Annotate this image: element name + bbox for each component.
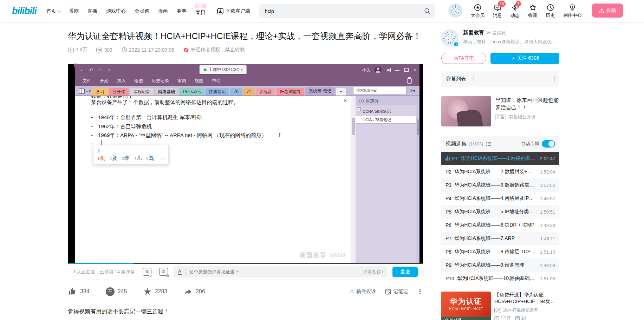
tab-training-camp: 训练营: [256, 88, 275, 96]
like-button[interactable]: 384: [68, 287, 90, 296]
recommended-uploader[interactable]: UP 达内-IT视频资源库: [494, 307, 559, 313]
note-bullet-1946: 1946年：全世界第一台计算机诞生 军事/科研: [91, 114, 202, 121]
nav-messages[interactable]: 18 消息: [493, 4, 502, 19]
nav-vip[interactable]: 大会员: [471, 4, 484, 19]
uploader-name[interactable]: 新盟教育: [463, 30, 484, 36]
scrollbar-thumb: [352, 118, 355, 135]
danmaku-input[interactable]: [189, 269, 363, 274]
more-options-icon[interactable]: ⋮: [417, 288, 423, 295]
playlist-item-p4[interactable]: P4华为HCIA系统班——4.网络层及IP地址1:48:57: [441, 192, 559, 205]
nav-game-center[interactable]: 游戏中心: [106, 8, 126, 14]
menu-draw: 绘图: [134, 78, 143, 84]
follow-button[interactable]: ＋ 关注 6306: [490, 53, 559, 64]
vip-star-icon: [474, 4, 482, 11]
danmaku-status-text: 1 人正在看，已装填 14 条弹幕: [73, 269, 135, 275]
recommended-video-card[interactable]: 华为认证 HCIA+HCIP+HCIE 52:55.09 【免费开源】华为认证 …: [441, 292, 559, 320]
note-content: 数据？数据通信？ 某台设备产生了一个数据，借助整体的网络抵达目的端的过程。 19…: [75, 96, 351, 263]
danmaku-list-options-icon[interactable]: ⋮: [471, 76, 476, 82]
note-icon: [385, 289, 391, 295]
recommended-danmaku: 14: [515, 316, 526, 320]
ad-thumbnail[interactable]: [441, 96, 491, 126]
charge-button[interactable]: 为TA充电: [441, 53, 486, 64]
history-clock-icon: [546, 4, 554, 11]
nav-shop[interactable]: 会员购: [135, 8, 149, 14]
playlist-item-p7[interactable]: P7华为HCIA系统班——7.ARP1:46:11: [441, 232, 559, 245]
tab-open-class: 公开课: [109, 88, 129, 96]
lightbulb-icon: [568, 4, 576, 11]
nav-history[interactable]: 历史: [546, 4, 555, 19]
star-icon: ★: [143, 287, 151, 296]
playlist-item-p5[interactable]: P5华为HCIA系统班——5.IP地址分类与VLSM1:50:51: [441, 205, 559, 218]
ime-candidates: 1机 2及 3即 4几 5既 ‹ ›: [98, 155, 164, 162]
recommended-thumbnail[interactable]: 华为认证 HCIA+HCIP+HCIE 52:55.09: [441, 292, 491, 320]
expand-chevron-icon[interactable]: [554, 76, 554, 82]
menu-home: 开始: [100, 78, 109, 84]
favorite-button[interactable]: ★ 2283: [143, 287, 167, 296]
clock-icon: [122, 47, 127, 53]
nav-live[interactable]: 直播: [87, 8, 97, 14]
menu-help: 帮助: [212, 78, 221, 84]
nav-festival[interactable]: 春日: [195, 7, 206, 16]
report-link[interactable]: ⚠ 稿件投诉: [350, 288, 376, 295]
nav-esports[interactable]: 赛事: [177, 8, 187, 14]
publish-time: 2022-11-17 20:03:06: [122, 47, 174, 53]
festival-banner-image: [195, 4, 206, 8]
upload-button[interactable]: 投稿: [592, 4, 623, 18]
onenote-menubar: 文件 开始 插入 绘图 历史记录 审阅 视图 帮助: [75, 76, 419, 86]
ad-title[interactable]: 早知道，原来画画兴趣也能养活自己！！: [495, 96, 559, 111]
clipboard-icon: [407, 78, 412, 84]
menu-history: 历史记录: [151, 78, 169, 84]
list-view-icon[interactable]: [486, 142, 491, 146]
nav-creator-center[interactable]: 创作中心: [563, 4, 581, 19]
ime-candidate-3: 3即: [122, 155, 130, 162]
take-notes-link[interactable]: 记笔记: [385, 288, 408, 295]
danmaku-etiquette-link[interactable]: 弹幕礼仪›: [363, 269, 383, 275]
coin-button[interactable]: 不 245: [106, 287, 127, 296]
danmaku-send-button[interactable]: 发送: [392, 267, 418, 277]
nav-bangumi[interactable]: 番剧: [69, 8, 79, 14]
progress-played: [68, 263, 134, 264]
danmaku-style-icon[interactable]: A: [178, 269, 182, 275]
live-dot-icon: [204, 68, 207, 71]
autoplay-toggle[interactable]: [542, 140, 555, 148]
nav-moments[interactable]: 7 动态: [510, 4, 520, 19]
playlist-item-p9[interactable]: P9华为HCIA系统班——9.设备管理1:48:09: [441, 259, 559, 272]
danmaku-settings-icon[interactable]: 弹⚙: [159, 268, 168, 276]
moments-count-badge: 7: [515, 1, 521, 7]
ad-card[interactable]: 早知道，原来画画兴趣也能养活自己！！ 广告 零基础公开课: [441, 96, 559, 126]
onenote-titlebar: ‹ ↶ ↷ ▾ 上课中 00:41:34 ▾ 小关 ×: [75, 64, 419, 76]
playlist-item-p10[interactable]: P10华为HCIA系统班——10.路由基础+静...1:51:05: [441, 272, 559, 285]
playlist-item-p3[interactable]: P3华为HCIA系统班——3.数据链路层及MA...1:57:52: [441, 178, 559, 192]
recording-corner-marker: [74, 64, 77, 67]
nav-favorites[interactable]: 收藏: [528, 4, 537, 19]
download-client-link[interactable]: 下载客户端: [217, 8, 250, 14]
danmaku-toggle-icon[interactable]: 弹✓: [143, 268, 151, 276]
video-player[interactable]: ‹ ↶ ↷ ▾ 上课中 00:41:34 ▾ 小关 ×: [68, 64, 423, 264]
send-message-link[interactable]: ✉ 发消息: [487, 30, 506, 36]
nav-home[interactable]: 首页: [46, 8, 60, 14]
player-progress-bar[interactable]: [68, 263, 423, 264]
playlist-item-p2[interactable]: P2华为HCIA系统班——2.数据封装+传输介质1:52:04: [441, 165, 559, 178]
bilibili-logo[interactable]: bilibili: [12, 6, 37, 17]
playlist-item-p1[interactable]: P1 华为HCIA系统班——1.网络的基本概念 2:02:47: [441, 152, 559, 165]
share-button[interactable]: 206: [183, 287, 205, 296]
tab-system-class-notes: 系统班-笔记: [305, 87, 335, 96]
recommended-title[interactable]: 【免费开源】华为认证 HCIA+HCIP+HCIE，94集...: [494, 292, 559, 305]
notebook-switch-icon: ⟳▾: [410, 89, 415, 93]
search-input[interactable]: [261, 8, 424, 14]
notebook-dropdown: - ▾: [86, 89, 91, 93]
playlist-panel: 视频选集 (1/103) 自动连播 P1 华为HCIA系统班——1.网络的基本概…: [441, 136, 559, 285]
now-playing-icon: [445, 156, 450, 161]
content-scrollbar: ⇱: [351, 96, 356, 263]
menu-view: 视图: [195, 78, 203, 84]
playlist-item-p8[interactable]: P8华为HCIA系统班——8.传输层 TCP+UDP1:51:10: [441, 245, 559, 259]
user-avatar[interactable]: [448, 4, 462, 18]
ad-badge: 广告: [495, 114, 506, 120]
playlist-item-p6[interactable]: P6华为HCIA系统班——6.CIDR + ICMP1:48:38: [441, 218, 559, 232]
chevron-down-icon: [57, 8, 61, 12]
note-intro-line: 某台设备产生了一个数据，借助整体的网络抵达目的端的过程。: [91, 99, 239, 106]
danmaku-list-panel[interactable]: 弹幕列表 ⋮: [441, 71, 559, 87]
no-reprint-icon: [183, 47, 189, 53]
search-icon[interactable]: [424, 8, 431, 14]
nav-manga[interactable]: 漫画: [158, 8, 168, 14]
